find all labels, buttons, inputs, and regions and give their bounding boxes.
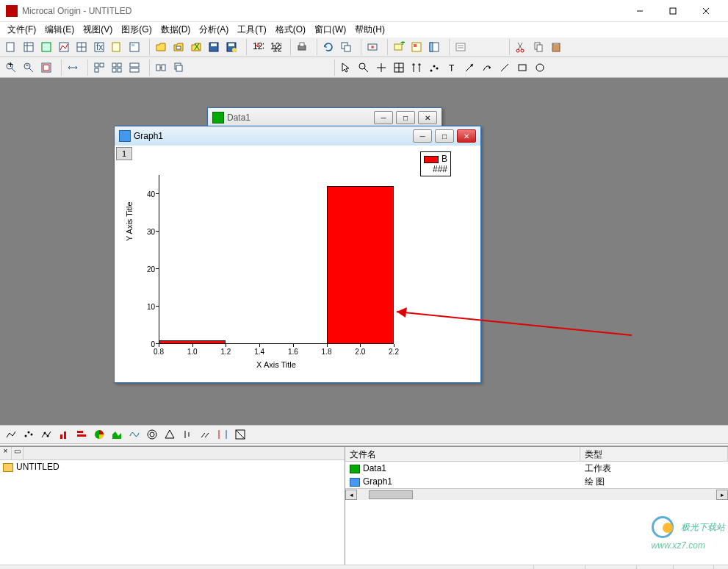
print-button[interactable] — [294, 39, 310, 55]
text-tool[interactable]: T — [444, 60, 460, 76]
stack-layer-button[interactable] — [170, 60, 187, 76]
menu-help[interactable]: 帮助(H) — [350, 22, 389, 37]
column-plot-button[interactable] — [56, 426, 72, 443]
plot-area[interactable]: Y Axis Title X Axis Title 0102030400.81.… — [159, 175, 394, 344]
duplicate-button[interactable] — [338, 39, 354, 55]
menu-graph[interactable]: 图形(G) — [117, 22, 156, 37]
circle-tool[interactable] — [532, 60, 548, 76]
open-template-button[interactable] — [170, 39, 187, 55]
data-reader-tool[interactable] — [391, 60, 407, 76]
graph1-minimize-button[interactable]: ─ — [413, 129, 432, 143]
save-template-button[interactable] — [223, 39, 239, 55]
chart-bar[interactable] — [327, 186, 394, 344]
window-graph1-titlebar[interactable]: Graph1 ─ □ ✕ — [115, 126, 480, 146]
results-log-button[interactable] — [453, 39, 469, 55]
minimize-button[interactable] — [623, 1, 656, 21]
data1-close-button[interactable]: ✕ — [418, 111, 437, 124]
cut-button[interactable] — [513, 39, 529, 55]
new-project-button[interactable] — [3, 39, 19, 55]
curved-arrow-tool[interactable] — [479, 60, 495, 76]
polar-plot-button[interactable] — [144, 426, 160, 443]
window-graph1[interactable]: Graph1 ─ □ ✕ 1 B ### Y Axis Title X Axis… — [114, 126, 481, 383]
ternary-plot-button[interactable] — [162, 426, 178, 443]
extract-layer-button[interactable] — [91, 60, 107, 76]
y-axis-title[interactable]: Y Axis Title — [125, 201, 134, 241]
bar-plot-button[interactable] — [73, 426, 90, 443]
graph1-maximize-button[interactable]: □ — [435, 129, 454, 143]
refresh-button[interactable] — [320, 39, 336, 55]
rescale-button[interactable] — [65, 60, 81, 76]
zoom-in-button[interactable]: + — [3, 60, 19, 76]
menu-view[interactable]: 视图(V) — [79, 22, 117, 37]
layer-tab-1[interactable]: 1 — [116, 147, 132, 160]
col-header-type[interactable]: 类型 — [580, 447, 728, 461]
menu-file[interactable]: 文件(F) — [3, 22, 40, 37]
new-layout-button[interactable] — [126, 39, 143, 55]
menu-data[interactable]: 数据(D) — [156, 22, 195, 37]
new-graph-button[interactable] — [56, 39, 72, 55]
menu-edit[interactable]: 编辑(E) — [40, 22, 79, 37]
menu-tools[interactable]: 工具(T) — [233, 22, 270, 37]
data1-maximize-button[interactable]: □ — [396, 111, 415, 124]
double-y-button[interactable] — [215, 426, 231, 443]
tree-root-label[interactable]: UNTITLED — [16, 462, 60, 472]
col-header-name[interactable]: 文件名 — [345, 447, 580, 461]
menu-window[interactable]: 窗口(W) — [310, 22, 350, 37]
x-axis-title[interactable]: X Axis Title — [256, 360, 296, 369]
import-multiple-button[interactable]: 123123 — [267, 39, 284, 55]
arrow-tool[interactable] — [461, 60, 477, 76]
line-symbol-plot-button[interactable] — [38, 426, 54, 443]
pie-plot-button[interactable] — [91, 426, 107, 443]
menu-analysis[interactable]: 分析(A) — [195, 22, 233, 37]
add-layer-button[interactable]: + — [391, 39, 407, 55]
list-item[interactable]: Graph1 绘 图 — [345, 475, 728, 488]
list-item[interactable]: Data1 工作表 — [345, 462, 728, 475]
template-button[interactable] — [232, 426, 248, 443]
new-matrix-button[interactable] — [73, 39, 90, 55]
open-excel-button[interactable]: X — [188, 39, 204, 55]
layer-tool-button[interactable] — [364, 39, 381, 55]
link-layer-button[interactable] — [153, 60, 169, 76]
screen-reader-tool[interactable] — [373, 60, 389, 76]
spline-plot-button[interactable] — [126, 426, 143, 443]
arrange-layer-button[interactable] — [126, 60, 143, 76]
open-button[interactable] — [153, 39, 169, 55]
close-button[interactable] — [689, 1, 722, 21]
menu-format[interactable]: 格式(O) — [271, 22, 310, 37]
zoom-out-button[interactable]: - — [21, 60, 37, 76]
area-plot-button[interactable] — [109, 426, 125, 443]
save-button[interactable] — [206, 39, 222, 55]
window-data1-titlebar[interactable]: Data1 ─ □ ✕ — [208, 108, 442, 127]
status-grip[interactable] — [713, 565, 728, 569]
project-tree[interactable]: UNTITLED — [0, 460, 345, 565]
scroll-thumb[interactable] — [369, 490, 413, 499]
new-notes-button[interactable] — [109, 39, 125, 55]
whole-page-button[interactable] — [38, 60, 54, 76]
data-selector-tool[interactable] — [408, 60, 425, 76]
new-worksheet-button[interactable] — [21, 39, 37, 55]
draw-data-tool[interactable] — [426, 60, 442, 76]
graph1-close-button[interactable]: ✕ — [457, 129, 476, 143]
hilo-plot-button[interactable] — [179, 426, 195, 443]
explorer-button[interactable] — [426, 39, 442, 55]
add-color-button[interactable] — [408, 39, 425, 55]
scroll-left-button[interactable]: ◂ — [345, 490, 357, 500]
line-plot-button[interactable] — [3, 426, 19, 443]
vector-plot-button[interactable] — [197, 426, 213, 443]
tree-pin-button[interactable]: ▭ — [12, 447, 24, 459]
pointer-tool[interactable] — [338, 60, 354, 76]
new-function-button[interactable]: fx — [91, 39, 107, 55]
list-hscrollbar[interactable]: ◂ ▸ — [345, 488, 728, 500]
paste-button[interactable] — [548, 39, 564, 55]
tree-close-button[interactable]: × — [0, 447, 12, 459]
line-tool[interactable] — [497, 60, 513, 76]
scatter-plot-button[interactable] — [21, 426, 37, 443]
chart-legend[interactable]: B ### — [420, 151, 451, 176]
import-ascii-button[interactable]: 123 — [250, 39, 266, 55]
graph-canvas[interactable]: 1 B ### Y Axis Title X Axis Title 010203… — [115, 146, 480, 381]
new-excel-button[interactable] — [38, 39, 54, 55]
merge-layer-button[interactable] — [109, 60, 125, 76]
scroll-right-button[interactable]: ▸ — [716, 490, 728, 500]
maximize-button[interactable] — [656, 1, 689, 21]
zoom-tool[interactable] — [356, 60, 372, 76]
